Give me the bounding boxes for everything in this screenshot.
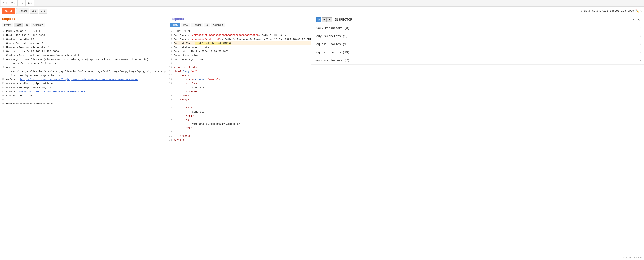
request-header: Request (0, 16, 167, 22)
view-grid-btn[interactable]: ⋮ (327, 18, 332, 22)
resp-line-17: 17 (168, 102, 311, 106)
tab-bar: 1 × 2 × 3 × 4 × ... (0, 0, 644, 7)
inspector-title: INSPECTOR (334, 18, 352, 22)
inspector-query-params-chevron: ▼ (639, 27, 641, 30)
response-actions-btn[interactable]: Actions ▼ (211, 23, 226, 27)
resp-line-14: 14 <title> (168, 82, 311, 86)
tab-4[interactable]: 4 × (26, 0, 34, 6)
tab-2[interactable]: 2 × (9, 0, 17, 6)
resp-line-20: 20 (168, 130, 311, 134)
resp-line-18c: </h1> (168, 114, 311, 118)
inspector-request-cookies-chevron: ▼ (639, 43, 641, 46)
inspector-section-request-cookies: Request Cookies (1) ▼ (312, 40, 644, 48)
send-button[interactable]: Send (2, 8, 15, 14)
request-line-8: 8 User-Agent: Mozilla/5.0 (Windows NT 10… (0, 58, 167, 62)
request-line-9c: ication/signed-exchange;v=b3;q=0.7 (0, 74, 167, 78)
request-line-8b: Chrome/125.0.0.0 Safari/537.36 (0, 62, 167, 66)
response-subtoolbar: Pretty Raw Render \n Actions ▼ (168, 22, 311, 28)
request-line-1: 1 POST /doLogin HTTP/1.1 (0, 29, 167, 33)
response-actions-label: Actions (213, 24, 221, 26)
inspector-request-cookies-label: Request Cookies (1) (314, 42, 348, 46)
resp-line-21: 21 </body> (168, 134, 311, 138)
resp-line-15: 15 </head> (168, 94, 311, 98)
inspector-actions: ? ✕ (631, 17, 641, 22)
request-line-15: 15 (0, 98, 167, 102)
request-code-area[interactable]: 1 POST /doLogin HTTP/1.1 2 Host: 192.168… (0, 28, 167, 259)
target-help-button[interactable]: ? (640, 9, 642, 13)
request-line-6: 6 Origin: http://192.168.91.128:8080 (0, 49, 167, 53)
resp-line-1: 1 HTTP/1.1 200 (168, 29, 311, 33)
response-raw-btn[interactable]: Raw (181, 23, 190, 27)
request-line-9b: text/html,application/xhtml+xml,applicat… (0, 70, 167, 74)
response-pretty-btn[interactable]: Pretty (170, 23, 180, 27)
tab-3-close[interactable]: × (22, 2, 24, 5)
resp-line-14c: </title> (168, 90, 311, 94)
tab-more[interactable]: ... (34, 2, 42, 5)
view-list-btn[interactable]: ☰ (322, 18, 327, 22)
resp-line-3: 3 Set-Cookie: rememberMe=deleteMe; Path=… (168, 37, 311, 41)
tab-2-label: 2 (11, 2, 13, 5)
target-edit-button[interactable]: ✏️ (635, 9, 639, 13)
cancel-button[interactable]: Cancel (16, 8, 29, 14)
response-actions-chevron: ▼ (222, 24, 224, 26)
request-line-14: 14 Connection: close (0, 94, 167, 98)
resp-line-18: 18 <h1> (168, 106, 311, 110)
resp-line-10: 10 <!DOCTYPE html> (168, 66, 311, 70)
inspector-header: ⊞ ☰ ⋮ INSPECTOR ? ✕ (312, 16, 644, 24)
inspector-section-body-params: Body Parameters (2) ▼ (312, 32, 644, 40)
inspector-request-headers-header[interactable]: Request Headers (13) ▼ (312, 48, 644, 56)
resp-line-9: 9 (168, 62, 311, 66)
resp-line-19: 19 <p> (168, 118, 311, 122)
inspector-section-request-headers: Request Headers (13) ▼ (312, 48, 644, 56)
nav-forward-button[interactable]: ▶ ▼ (39, 8, 47, 14)
target-label: Target: http://192.168.91.128:8080 (579, 10, 634, 12)
toolbar: Send Cancel ◀ ▼ ▶ ▼ Target: http://192.1… (0, 7, 644, 16)
resp-line-2: 2 Set-Cookie: JSESSIONID=B2CC6S00C35BD8A… (168, 33, 311, 37)
request-line-11: 11 Accept-Encoding: gzip, deflate (0, 82, 167, 86)
inspector-query-params-header[interactable]: Query Parameters (0) ▼ (312, 24, 644, 32)
inspector-request-headers-label: Request Headers (13) (314, 51, 350, 54)
view-split-btn[interactable]: ⊞ (316, 18, 321, 22)
request-actions-chevron: ▼ (41, 24, 43, 26)
nav-back-button[interactable]: ◀ ▼ (30, 8, 38, 14)
request-line-12: 12 Accept-Language: zh-CN,zh;q=0.9 (0, 86, 167, 90)
tab-4-label: 4 (28, 2, 30, 5)
response-newline-btn[interactable]: \n (204, 23, 210, 27)
request-actions-label: Actions (33, 24, 41, 26)
request-pretty-btn[interactable]: Pretty (2, 23, 13, 27)
inspector-help-button[interactable]: ? (631, 17, 635, 22)
tab-2-close[interactable]: × (14, 2, 15, 5)
inspector-section-query-params: Query Parameters (0) ▼ (312, 24, 644, 32)
inspector-body-params-header[interactable]: Body Parameters (2) ▼ (312, 32, 644, 40)
inspector-response-headers-label: Response Headers (7) (314, 59, 350, 62)
resp-line-14b: Congrats (168, 86, 311, 90)
tab-3[interactable]: 3 × (18, 0, 25, 6)
target-bar: Target: http://192.168.91.128:8080 ✏️ ? (579, 9, 642, 13)
request-actions-btn[interactable]: Actions ▼ (31, 23, 45, 27)
view-toggle: ⊞ ☰ ⋮ (316, 18, 332, 22)
resp-line-16: 16 <body> (168, 98, 311, 102)
tab-3-label: 3 (20, 2, 21, 5)
response-render-btn[interactable]: Render (191, 23, 203, 27)
request-line-16: 16 username=admin&password=vulhub (0, 102, 167, 106)
tab-1-close[interactable]: × (6, 2, 7, 4)
resp-line-12: 12 <head> (168, 74, 311, 78)
request-line-13: 13 Cookie: JSESSIONID=B991D8C56518628BB9… (0, 90, 167, 94)
tab-1-label: 1 (3, 2, 4, 5)
inspector-request-headers-chevron: ▼ (639, 51, 641, 54)
request-newline-btn[interactable]: \n (24, 23, 30, 27)
resp-line-18b: Congrats (168, 110, 311, 114)
inspector-close-button[interactable]: ✕ (636, 17, 641, 22)
inspector-response-headers-header[interactable]: Response Headers (7) ▼ (312, 56, 644, 64)
inspector-request-cookies-header[interactable]: Request Cookies (1) ▼ (312, 40, 644, 48)
resp-line-6: 6 Date: Wed, 19 Jun 2024 10:00:50 GMT (168, 49, 311, 53)
tab-4-close[interactable]: × (30, 2, 32, 5)
resp-line-4: 4 Content-Type: text/html;charset=UTF-8 (168, 41, 311, 45)
response-code-area[interactable]: 1 HTTP/1.1 200 2 Set-Cookie: JSESSIONID=… (168, 28, 311, 259)
footer-note: CSDN @bless kob (622, 257, 642, 259)
request-line-2: 2 Host: 192.168.91.128:8080 (0, 33, 167, 37)
inspector-panel: ⊞ ☰ ⋮ INSPECTOR ? ✕ Query Parameters (0)… (312, 16, 644, 259)
tab-1[interactable]: 1 × (1, 0, 9, 6)
request-raw-btn[interactable]: Raw (14, 23, 23, 27)
resp-line-19c: </p> (168, 126, 311, 130)
